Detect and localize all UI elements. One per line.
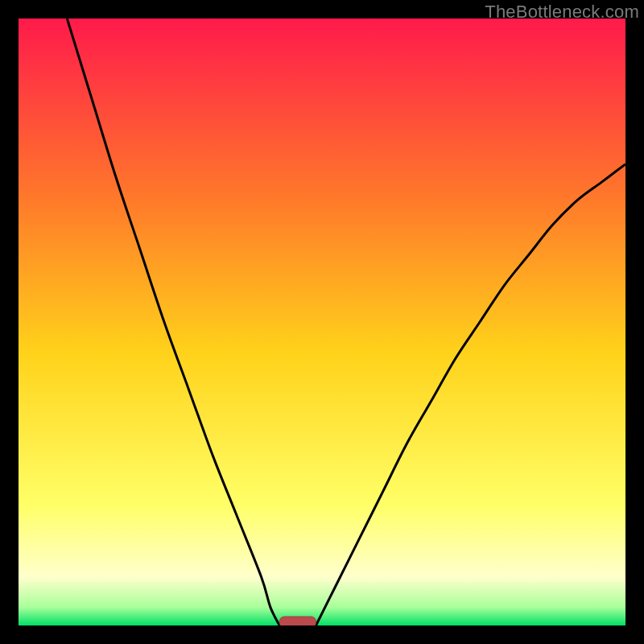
optimum-marker bbox=[279, 617, 316, 625]
watermark-text: TheBottleneck.com bbox=[485, 2, 639, 23]
plot-area bbox=[19, 19, 625, 625]
chart-svg bbox=[19, 19, 625, 625]
gradient-background bbox=[19, 19, 625, 625]
chart-frame: TheBottleneck.com bbox=[0, 0, 644, 644]
